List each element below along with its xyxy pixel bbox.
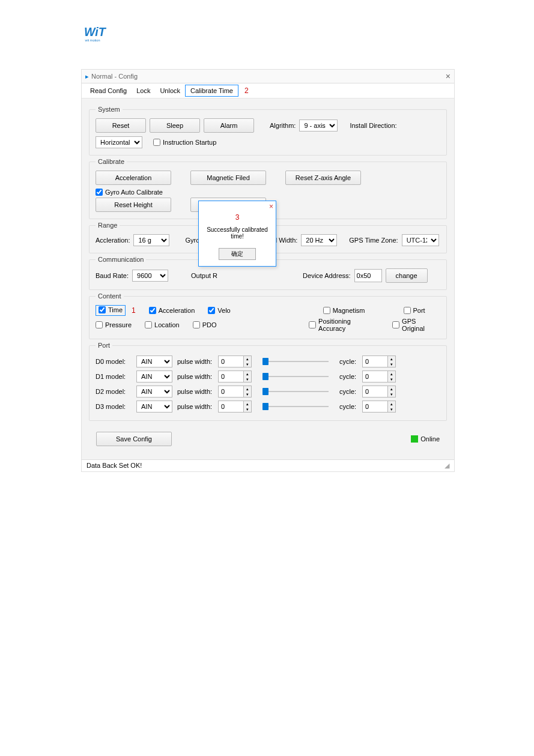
reset-z-axis-button[interactable]: Reset Z-axis Angle <box>285 171 361 185</box>
acceleration-button[interactable]: Acceleration <box>96 171 171 185</box>
instruction-startup-checkbox[interactable]: Instruction Startup <box>153 139 216 146</box>
d2-pulse-width-spinner[interactable]: ▴▾ <box>218 386 252 398</box>
chevron-up-icon[interactable]: ▴ <box>388 386 395 392</box>
chevron-up-icon[interactable]: ▴ <box>388 371 395 376</box>
port-row-d0: D0 model: AIN pulse width: ▴▾ cycle: ▴▾ <box>96 355 440 367</box>
online-label: Online <box>420 435 440 443</box>
chevron-down-icon[interactable]: ▾ <box>244 392 251 397</box>
pdop-cb-label: PDO <box>202 321 217 328</box>
content-group: Content Time 1 Acceleration Velo Magneti… <box>89 292 447 339</box>
d1-model-select[interactable]: AIN <box>136 370 172 383</box>
bandwidth-select[interactable]: 20 Hz <box>301 234 337 246</box>
d3-slider[interactable] <box>262 401 329 412</box>
gyro-auto-label: Gyro Auto Calibrate <box>105 189 163 196</box>
install-direction-label: Install Direction: <box>350 122 396 129</box>
d2-slider[interactable] <box>262 386 329 397</box>
d1-slider[interactable] <box>262 371 329 382</box>
app-icon: ▸ <box>85 73 89 80</box>
reset-height-button[interactable]: Reset Height <box>96 198 171 212</box>
d2-label: D2 model: <box>96 388 132 395</box>
time-checkbox[interactable]: Time <box>99 306 123 313</box>
range-legend: Range <box>96 222 120 229</box>
alarm-button[interactable]: Alarm <box>204 118 254 133</box>
system-legend: System <box>96 106 123 113</box>
magnetism-cb-label: Magnetism <box>333 307 365 314</box>
chevron-down-icon[interactable]: ▾ <box>388 376 395 382</box>
location-cb-label: Location <box>154 321 180 328</box>
chevron-down-icon[interactable]: ▾ <box>244 361 251 367</box>
d3-cycle-spinner[interactable]: ▴▾ <box>362 401 396 413</box>
dialog-message: Successfully calibrated time! <box>202 226 272 240</box>
pressure-cb-label: Pressure <box>105 321 132 328</box>
d3-model-select[interactable]: AIN <box>136 401 172 413</box>
velocity-cb-label: Velo <box>217 307 230 314</box>
d1-pulse-width-spinner[interactable]: ▴▾ <box>218 370 252 383</box>
chevron-up-icon[interactable]: ▴ <box>244 356 251 361</box>
d2-cycle-spinner[interactable]: ▴▾ <box>362 386 396 398</box>
chevron-up-icon[interactable]: ▴ <box>244 386 251 392</box>
calibrate-legend: Calibrate <box>96 158 127 165</box>
dialog-ok-button[interactable]: 确定 <box>219 248 256 260</box>
baud-rate-select[interactable]: 9600 <box>132 270 168 282</box>
positioning-accuracy-checkbox[interactable]: Positioning Accuracy <box>309 318 379 332</box>
menu-lock[interactable]: Lock <box>132 85 155 96</box>
chevron-down-icon[interactable]: ▾ <box>244 407 251 412</box>
d1-label: D1 model: <box>96 373 132 380</box>
d0-slider[interactable] <box>262 356 329 367</box>
magnetism-checkbox[interactable]: Magnetism <box>323 307 365 314</box>
d3-pw-label: pulse width: <box>177 403 213 410</box>
close-icon[interactable]: × <box>446 71 451 81</box>
magnetic-field-button[interactable]: Magnetic Filed <box>190 171 266 185</box>
communication-legend: Communication <box>96 256 146 263</box>
gyro-auto-calibrate-checkbox[interactable]: Gyro Auto Calibrate <box>96 189 163 196</box>
acceleration-range-select[interactable]: 16 g <box>133 234 169 246</box>
d1-cycle-spinner[interactable]: ▴▾ <box>362 370 396 383</box>
gps-timezone-select[interactable]: UTC-12 <box>402 234 439 246</box>
chevron-up-icon[interactable]: ▴ <box>388 401 395 407</box>
d0-pulse-width-spinner[interactable]: ▴▾ <box>218 355 252 367</box>
system-group: System Reset Sleep Alarm Algrithm: 9 - a… <box>89 106 447 156</box>
d0-cycle-spinner[interactable]: ▴▾ <box>362 355 396 367</box>
chevron-up-icon[interactable]: ▴ <box>244 371 251 376</box>
chevron-down-icon[interactable]: ▾ <box>244 376 251 382</box>
chevron-up-icon[interactable]: ▴ <box>388 356 395 361</box>
install-direction-select[interactable]: Horizontal <box>96 136 142 148</box>
chevron-down-icon[interactable]: ▾ <box>388 392 395 397</box>
d3-pulse-width-spinner[interactable]: ▴▾ <box>218 401 252 413</box>
menubar: Read Config Lock Unlock Calibrate Time 2 <box>82 83 454 98</box>
device-address-input[interactable] <box>354 269 382 282</box>
port-group: Port D0 model: AIN pulse width: ▴▾ cycle… <box>89 342 447 421</box>
annotation-2: 2 <box>244 86 249 95</box>
d0-label: D0 model: <box>96 358 132 365</box>
annotation-3: 3 <box>202 213 272 222</box>
save-config-button[interactable]: Save Config <box>96 432 172 446</box>
sleep-button[interactable]: Sleep <box>150 118 200 133</box>
menu-read-config[interactable]: Read Config <box>85 85 132 96</box>
change-button[interactable]: change <box>386 268 428 283</box>
titlebar: ▸ Normal - Config × <box>82 70 454 83</box>
chevron-down-icon[interactable]: ▾ <box>388 407 395 412</box>
statusbar: Data Back Set OK! ◢ <box>82 459 454 471</box>
menu-calibrate-time[interactable]: Calibrate Time <box>185 85 238 97</box>
d2-model-select[interactable]: AIN <box>136 386 172 398</box>
port-row-d1: D1 model: AIN pulse width: ▴▾ cycle: ▴▾ <box>96 370 440 383</box>
online-indicator-icon <box>411 435 418 443</box>
resize-grip-icon[interactable]: ◢ <box>444 462 449 470</box>
reset-button[interactable]: Reset <box>96 118 146 133</box>
d0-model-select[interactable]: AIN <box>136 355 172 367</box>
online-status: Online <box>411 435 440 443</box>
pdop-checkbox[interactable]: PDO <box>193 321 217 328</box>
status-text: Data Back Set OK! <box>86 462 142 470</box>
content-legend: Content <box>96 292 124 300</box>
port-checkbox[interactable]: Port <box>404 307 425 314</box>
pressure-checkbox[interactable]: Pressure <box>96 321 132 328</box>
chevron-down-icon[interactable]: ▾ <box>388 361 395 367</box>
menu-unlock[interactable]: Unlock <box>155 85 185 96</box>
algorithm-select[interactable]: 9 - axis <box>299 119 338 132</box>
gps-original-checkbox[interactable]: GPS Original <box>392 318 440 332</box>
dialog-close-icon[interactable]: × <box>269 202 273 211</box>
acceleration-checkbox[interactable]: Acceleration <box>149 307 195 314</box>
velocity-checkbox[interactable]: Velo <box>208 307 230 314</box>
location-checkbox[interactable]: Location <box>145 321 180 328</box>
chevron-up-icon[interactable]: ▴ <box>244 401 251 407</box>
